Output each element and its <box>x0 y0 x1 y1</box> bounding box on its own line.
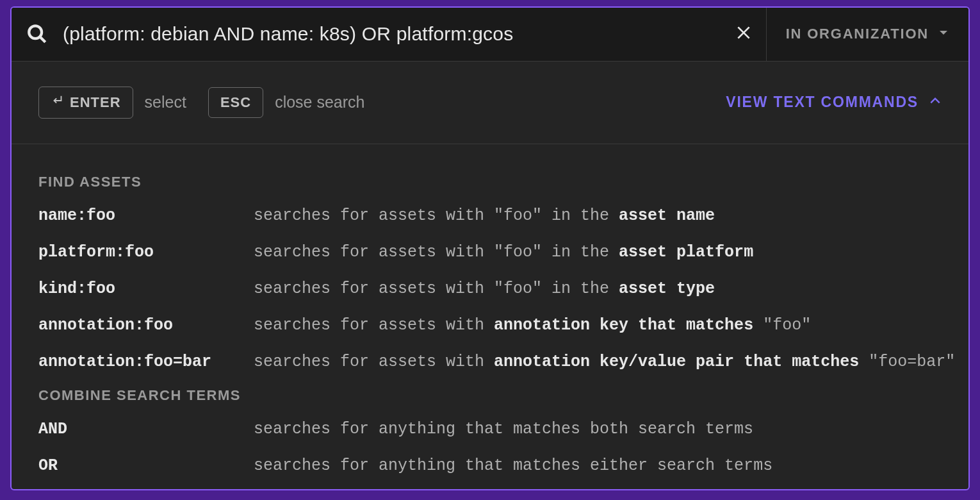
command-row: ORsearches for anything that matches eit… <box>38 454 942 477</box>
search-bar: IN ORGANIZATION <box>12 8 968 62</box>
command-key: platform:foo <box>38 241 254 263</box>
view-commands-label: VIEW TEXT COMMANDS <box>726 94 919 111</box>
command-row: ANDsearches for anything that matches bo… <box>38 418 942 440</box>
command-row: name:foosearches for assets with "foo" i… <box>38 204 942 227</box>
clear-search-button[interactable] <box>721 24 766 44</box>
enter-key-badge: ENTER <box>38 87 133 119</box>
command-description: searches for assets with annotation key … <box>254 314 811 337</box>
command-key: annotation:foo <box>38 314 254 337</box>
command-key: name:foo <box>38 204 254 227</box>
enter-key-label: ENTER <box>70 94 121 111</box>
esc-key-label: ESC <box>220 94 251 111</box>
command-description: searches for anything that matches eithe… <box>254 454 772 477</box>
shortcut-hint-row: ENTER select ESC close search VIEW TEXT … <box>12 62 968 144</box>
command-description: searches for assets with "foo" in the as… <box>254 204 715 227</box>
command-row: platform:foosearches for assets with "fo… <box>38 241 942 263</box>
scope-label: IN ORGANIZATION <box>786 26 929 42</box>
view-text-commands-toggle[interactable]: VIEW TEXT COMMANDS <box>726 94 942 111</box>
commands-reference: FIND ASSETSname:foosearches for assets w… <box>12 144 968 489</box>
esc-action-text: close search <box>275 93 364 112</box>
command-description: searches for assets with "foo" in the as… <box>254 278 715 300</box>
close-icon <box>735 24 752 44</box>
caret-down-icon <box>938 26 949 42</box>
scope-dropdown[interactable]: IN ORGANIZATION <box>766 8 968 61</box>
enter-action-text: select <box>145 93 186 112</box>
command-description: searches for assets with annotation key/… <box>254 351 955 373</box>
return-icon <box>51 94 65 112</box>
esc-key-badge: ESC <box>208 87 263 118</box>
command-key: OR <box>38 454 254 477</box>
command-row: kind:foosearches for assets with "foo" i… <box>38 278 942 300</box>
chevron-up-icon <box>929 94 942 111</box>
command-key: kind:foo <box>38 278 254 300</box>
command-row: annotation:foosearches for assets with a… <box>38 314 942 337</box>
svg-point-0 <box>29 26 42 39</box>
command-row: annotation:foo=barsearches for assets wi… <box>38 351 942 373</box>
command-description: searches for anything that matches both … <box>254 418 753 440</box>
search-input[interactable] <box>63 23 721 45</box>
section-title: FIND ASSETS <box>38 174 942 190</box>
command-description: searches for assets with "foo" in the as… <box>254 241 753 263</box>
command-key: AND <box>38 418 254 440</box>
svg-line-1 <box>40 37 45 42</box>
section-title: COMBINE SEARCH TERMS <box>38 387 942 404</box>
command-key: annotation:foo=bar <box>38 351 254 373</box>
search-icon <box>12 23 63 45</box>
search-command-panel: IN ORGANIZATION ENTER select ESC close s… <box>10 6 970 490</box>
